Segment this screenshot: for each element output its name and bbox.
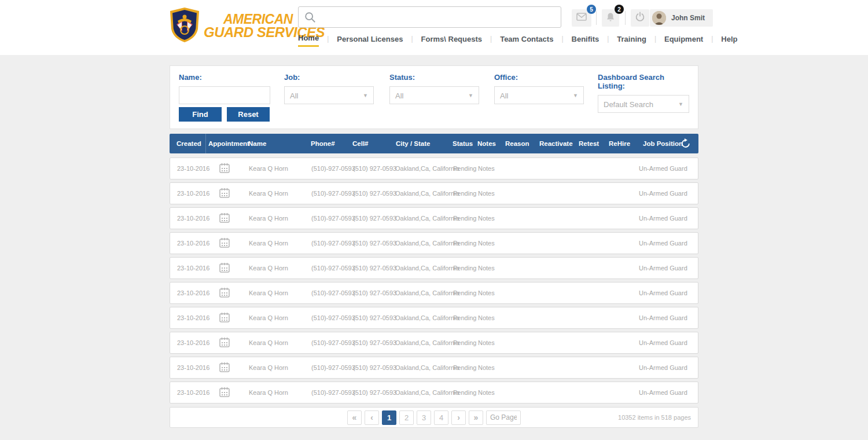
column-header-notes: Notes xyxy=(477,140,496,147)
calendar-icon[interactable] xyxy=(219,237,230,250)
created-cell: 23-10-2016 xyxy=(177,339,209,346)
calendar-icon[interactable] xyxy=(219,386,230,399)
reset-button[interactable]: Reset xyxy=(227,107,270,122)
first-page-button[interactable]: « xyxy=(347,410,362,425)
pagination-bar: « ‹ 1234 › » 10352 items in 518 pages xyxy=(170,407,698,428)
notes-link[interactable]: Notes xyxy=(478,289,495,296)
find-button[interactable]: Find xyxy=(179,107,222,122)
last-page-button[interactable]: » xyxy=(469,410,483,425)
notes-link[interactable]: Notes xyxy=(478,364,495,371)
status-cell: Pending xyxy=(453,364,476,371)
notes-link[interactable]: Notes xyxy=(478,389,495,396)
user-name: John Smit xyxy=(671,14,705,22)
office-filter-select[interactable]: All ▼ xyxy=(494,86,584,104)
status-filter-select[interactable]: All ▼ xyxy=(389,86,479,104)
table-row[interactable]: 23-10-2016 Keara Q Horn (510)-927-0593 (… xyxy=(170,157,698,179)
cell-cell: (510) 927-0593 xyxy=(353,339,396,346)
calendar-icon[interactable] xyxy=(219,212,230,225)
phone-cell: (510)-927-0593 xyxy=(311,240,355,247)
user-menu[interactable]: John Smit xyxy=(650,9,713,27)
cell-cell: (510) 927-0593 xyxy=(353,389,396,396)
city-state-cell: Oakland,Ca, California xyxy=(395,289,459,296)
dashboard-search-label: Dashboard Search Listing: xyxy=(598,73,689,90)
table-row[interactable]: 23-10-2016 Keara Q Horn (510)-927-0593 (… xyxy=(170,307,698,329)
power-icon xyxy=(635,12,645,24)
nav-item-benifits[interactable]: Benifits xyxy=(572,35,599,46)
name-cell: Keara Q Horn xyxy=(249,190,288,197)
city-state-cell: Oakland,Ca, California xyxy=(395,389,459,396)
table-row[interactable]: 23-10-2016 Keara Q Horn (510)-927-0593 (… xyxy=(170,357,698,379)
main-content: Name: Job: All ▼ Status: All ▼ Office: xyxy=(0,55,868,440)
mail-icon xyxy=(576,13,587,23)
job-position-cell: Un-Armed Guard xyxy=(639,389,687,396)
notifications-button[interactable]: 2 xyxy=(602,9,619,27)
page-button-1[interactable]: 1 xyxy=(382,410,396,425)
nav-item-training[interactable]: Training xyxy=(617,35,646,46)
notes-link[interactable]: Notes xyxy=(478,190,495,197)
name-cell: Keara Q Horn xyxy=(249,389,288,396)
name-cell: Keara Q Horn xyxy=(249,165,288,172)
name-cell: Keara Q Horn xyxy=(249,364,288,371)
nav-item-equipment[interactable]: Equipment xyxy=(664,35,703,46)
status-cell: Pending xyxy=(453,165,476,172)
notes-link[interactable]: Notes xyxy=(478,215,495,222)
column-header-reactivate: Reactivate xyxy=(539,140,573,147)
city-state-cell: Oakland,Ca, California xyxy=(395,190,459,197)
cell-cell: (510) 927-0593 xyxy=(353,215,396,222)
chevron-down-icon: ▼ xyxy=(573,93,578,98)
nav-separator: | xyxy=(327,35,329,46)
table-row[interactable]: 23-10-2016 Keara Q Horn (510)-927-0593 (… xyxy=(170,282,698,304)
job-position-cell: Un-Armed Guard xyxy=(639,165,687,172)
calendar-icon[interactable] xyxy=(219,287,230,299)
dashboard-search-select[interactable]: Default Search ▼ xyxy=(598,95,689,113)
phone-cell: (510)-927-0593 xyxy=(311,165,355,172)
table-row[interactable]: 23-10-2016 Keara Q Horn (510)-927-0593 (… xyxy=(170,207,698,229)
column-header-status: Status xyxy=(453,140,473,147)
calendar-icon[interactable] xyxy=(219,162,230,175)
notes-link[interactable]: Notes xyxy=(478,314,495,321)
table-row[interactable]: 23-10-2016 Keara Q Horn (510)-927-0593 (… xyxy=(170,257,698,279)
logout-button[interactable] xyxy=(631,9,649,27)
table-row[interactable]: 23-10-2016 Keara Q Horn (510)-927-0593 (… xyxy=(170,332,698,354)
nav-item-team-contacts[interactable]: Team Contacts xyxy=(500,35,553,46)
calendar-icon[interactable] xyxy=(219,336,230,349)
status-cell: Pending xyxy=(453,289,476,296)
nav-item-home[interactable]: Home xyxy=(298,34,319,47)
calendar-icon[interactable] xyxy=(219,187,230,200)
messages-button[interactable]: 5 xyxy=(572,9,591,27)
column-header-retest: Retest xyxy=(579,140,599,147)
nav-item-help[interactable]: Help xyxy=(721,35,737,46)
status-cell: Pending xyxy=(453,190,476,197)
name-filter-input[interactable] xyxy=(179,86,270,104)
calendar-icon[interactable] xyxy=(219,262,230,274)
page-button-2[interactable]: 2 xyxy=(399,410,414,425)
table-row[interactable]: 23-10-2016 Keara Q Horn (510)-927-0593 (… xyxy=(170,232,698,254)
notes-link[interactable]: Notes xyxy=(478,240,495,247)
search-input[interactable] xyxy=(321,8,558,27)
notes-link[interactable]: Notes xyxy=(478,339,495,346)
status-cell: Pending xyxy=(453,265,476,272)
page-button-4[interactable]: 4 xyxy=(434,410,448,425)
page-button-3[interactable]: 3 xyxy=(417,410,431,425)
next-page-button[interactable]: › xyxy=(451,410,466,425)
nav-item-personal-licenses[interactable]: Personal Licenses xyxy=(337,35,403,46)
notes-link[interactable]: Notes xyxy=(478,165,495,172)
chevron-down-icon: ▼ xyxy=(468,93,473,98)
nav-separator: | xyxy=(411,35,413,46)
job-position-cell: Un-Armed Guard xyxy=(639,265,687,272)
phone-cell: (510)-927-0593 xyxy=(311,364,355,371)
phone-cell: (510)-927-0593 xyxy=(311,314,355,321)
prev-page-button[interactable]: ‹ xyxy=(365,410,379,425)
job-filter-select[interactable]: All ▼ xyxy=(284,86,374,104)
table-row[interactable]: 23-10-2016 Keara Q Horn (510)-927-0593 (… xyxy=(170,382,698,404)
calendar-icon[interactable] xyxy=(219,361,230,374)
nav-item-forms-requests[interactable]: Forms\ Requests xyxy=(421,35,482,46)
notes-link[interactable]: Notes xyxy=(478,265,495,272)
table-row[interactable]: 23-10-2016 Keara Q Horn (510)-927-0593 (… xyxy=(170,182,698,204)
top-header: AMERICAN GUARD SERVICES 5 xyxy=(0,0,868,55)
filter-panel: Name: Job: All ▼ Status: All ▼ Office: xyxy=(170,65,698,129)
column-header-reason: Reason xyxy=(505,140,529,147)
go-page-input[interactable] xyxy=(486,410,521,425)
name-cell: Keara Q Horn xyxy=(249,314,288,321)
calendar-icon[interactable] xyxy=(219,311,230,324)
